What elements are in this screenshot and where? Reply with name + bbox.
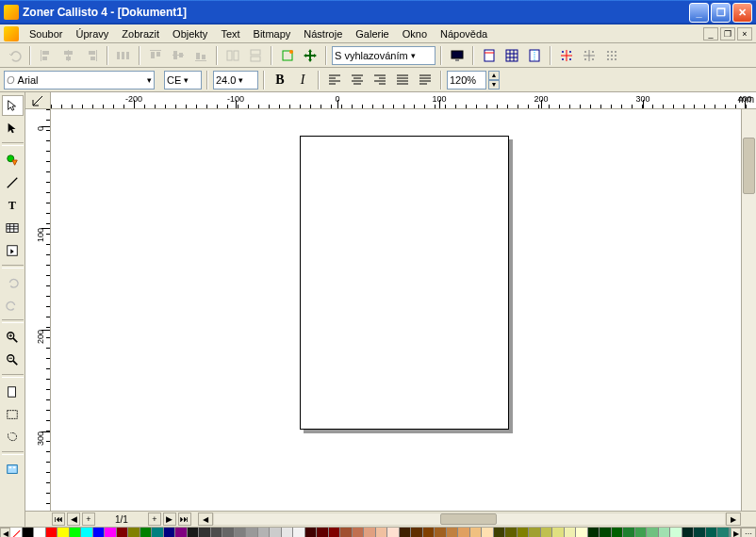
maximize-button[interactable]: ❐ (711, 3, 731, 23)
guides-button[interactable] (524, 45, 545, 66)
text-align-left-button[interactable] (324, 70, 345, 90)
zoom-select[interactable]: 120% (447, 71, 486, 90)
color-swatch[interactable] (623, 528, 635, 537)
canvas[interactable] (51, 109, 741, 511)
move-button[interactable] (300, 45, 320, 66)
color-swatch[interactable] (387, 528, 400, 537)
same-height-button[interactable] (245, 45, 266, 66)
color-swatch[interactable] (305, 528, 318, 537)
snap-points-button[interactable] (601, 45, 622, 66)
ruler-vertical[interactable]: 0100200300 (25, 109, 51, 511)
color-swatch[interactable] (482, 528, 494, 537)
color-swatch[interactable] (400, 528, 412, 537)
monitor-button[interactable] (447, 45, 468, 66)
tool-insert-image[interactable] (2, 240, 24, 261)
tool-zoom-in[interactable] (2, 327, 24, 348)
color-swatch[interactable] (529, 528, 541, 537)
color-swatch[interactable] (423, 528, 436, 537)
color-swatch[interactable] (600, 528, 612, 537)
align-bottom-button[interactable] (190, 45, 211, 66)
undo-button[interactable] (4, 45, 25, 66)
tool-page[interactable] (2, 382, 24, 402)
align-center-h-button[interactable] (58, 45, 79, 66)
color-swatch[interactable] (117, 528, 129, 537)
color-swatch[interactable] (46, 528, 58, 537)
color-swatch[interactable] (34, 528, 46, 537)
color-swatch[interactable] (199, 528, 211, 537)
color-swatch[interactable] (717, 528, 730, 537)
align-middle-v-button[interactable] (168, 45, 189, 66)
color-swatch[interactable] (164, 528, 176, 537)
grid-settings-button[interactable] (501, 45, 522, 66)
scrollbar-horizontal[interactable]: ◀ ▶ (198, 513, 741, 526)
text-align-center-button[interactable] (347, 70, 368, 90)
tool-gallery[interactable] (2, 459, 24, 480)
color-swatch[interactable] (612, 528, 624, 537)
menu-soubor[interactable]: Soubor (23, 26, 69, 41)
menu-text[interactable]: Text (214, 26, 246, 41)
color-swatch[interactable] (376, 528, 388, 537)
color-swatch[interactable] (694, 528, 706, 537)
align-left-button[interactable] (36, 45, 57, 66)
page-last-button[interactable]: ⏭ (178, 513, 191, 526)
italic-button[interactable]: I (292, 70, 313, 90)
color-swatch[interactable] (282, 528, 294, 537)
minimize-button[interactable]: _ (689, 3, 709, 23)
color-swatch[interactable] (293, 528, 305, 537)
color-swatch[interactable] (518, 528, 530, 537)
color-swatch[interactable] (565, 528, 577, 537)
color-swatch[interactable] (70, 528, 82, 537)
color-swatch[interactable] (647, 528, 659, 537)
page-next-button[interactable]: ▶ (163, 513, 176, 526)
tool-lasso-select[interactable] (2, 427, 24, 448)
color-swatch[interactable] (447, 528, 459, 537)
color-swatch[interactable] (23, 528, 35, 537)
mdi-minimize-button[interactable]: _ (703, 27, 718, 41)
menu-objekty[interactable]: Objekty (166, 26, 214, 41)
menu-okno[interactable]: Okno (396, 26, 434, 41)
tool-rect-select[interactable] (2, 404, 24, 425)
scrollbar-thumb-v[interactable] (743, 138, 755, 194)
page-first-button[interactable]: ⏮ (52, 513, 65, 526)
scroll-right-button[interactable]: ▶ (726, 513, 741, 526)
document-page[interactable] (300, 136, 509, 430)
color-swatch[interactable] (93, 528, 106, 537)
tool-select[interactable] (2, 95, 24, 116)
scrollbar-thumb-h[interactable] (440, 513, 497, 525)
palette-menu[interactable]: ⋯ (741, 528, 756, 537)
menu-zobrazit[interactable]: Zobrazit (115, 26, 166, 41)
insert-symbol-button[interactable] (277, 45, 298, 66)
palette-scroll-left[interactable]: ◀ (0, 528, 10, 537)
color-swatch[interactable] (470, 528, 483, 537)
scroll-left-button[interactable]: ◀ (198, 513, 213, 526)
align-top-button[interactable] (145, 45, 166, 66)
color-swatch[interactable] (175, 528, 188, 537)
menu-upravy[interactable]: Úpravy (69, 26, 115, 41)
color-swatch[interactable] (246, 528, 258, 537)
color-swatch[interactable] (635, 528, 648, 537)
color-swatch[interactable] (128, 528, 140, 537)
font-size-select[interactable]: 24.0 (213, 71, 258, 90)
tool-table[interactable] (2, 218, 24, 238)
distribute-h-button[interactable] (113, 45, 134, 66)
color-swatch[interactable] (235, 528, 247, 537)
snap-grid-button[interactable] (556, 45, 577, 66)
mdi-restore-button[interactable]: ❐ (720, 27, 735, 41)
color-swatch[interactable] (340, 528, 353, 537)
snap-guides-button[interactable] (579, 45, 600, 66)
smoothing-select[interactable]: S vyhlazováním (332, 46, 436, 65)
color-swatch[interactable] (411, 528, 423, 537)
text-align-right-button[interactable] (370, 70, 390, 90)
mdi-close-button[interactable]: × (737, 27, 752, 41)
page-setup-button[interactable] (479, 45, 500, 66)
color-swatch[interactable] (105, 528, 117, 537)
palette-scroll-right[interactable]: ▶ (731, 528, 741, 537)
color-swatch[interactable] (576, 528, 588, 537)
color-swatch[interactable] (258, 528, 271, 537)
ruler-origin[interactable] (25, 92, 51, 109)
menu-napoveda[interactable]: Nápověda (434, 26, 494, 41)
tool-line[interactable] (2, 172, 24, 193)
color-swatch[interactable] (364, 528, 376, 537)
text-align-full-button[interactable] (415, 70, 436, 90)
color-swatch[interactable] (152, 528, 164, 537)
